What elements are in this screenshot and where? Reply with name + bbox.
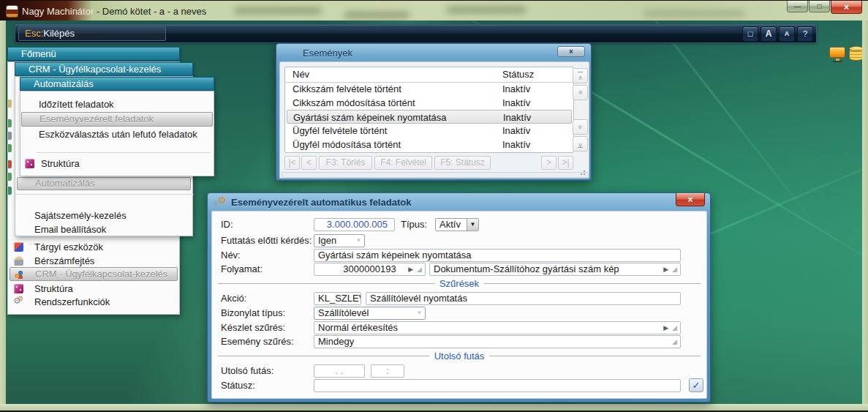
monitor-icon[interactable] — [829, 47, 845, 58]
name-field[interactable]: Gyártási szám képeinek nyomtatása — [314, 249, 681, 262]
crm-people-icon — [14, 269, 23, 279]
font-larger-button[interactable]: A — [761, 26, 777, 42]
doctype-label: Bizonylat típus: — [221, 307, 285, 320]
task-close-button[interactable]: × — [676, 193, 705, 206]
events-dialog-title: Események — [303, 48, 352, 59]
task-dialog-title: Eseményvezérelt automatikus feladatok — [231, 197, 411, 208]
delete-button[interactable]: F3: Törlés — [319, 156, 372, 170]
menu-separator — [15, 194, 194, 195]
scroll-to-bottom-button[interactable]: ∨ — [573, 136, 588, 151]
lookup-next-icon[interactable]: ▶ — [663, 266, 668, 273]
stock-filter-field[interactable]: Normál értékesítés▶◢ — [314, 321, 681, 334]
hidden-menu-item-icon-sliver — [8, 132, 12, 140]
process-name-field[interactable]: Dokumentum-Szállítóhoz gyártási szám kép… — [429, 263, 681, 276]
window-title: Nagy Machinátor - Demó kötet - a - a nev… — [22, 6, 206, 17]
glass-blur-smudge — [234, 7, 322, 15]
lastrun-date-field[interactable]: . . — [314, 364, 365, 378]
menu-item-rendszerfunkciok[interactable]: Rendszerfunkciók — [34, 295, 110, 309]
process-label: Folyamat: — [221, 263, 263, 276]
event-row[interactable]: Ügyfél felvétele történt Inaktív — [285, 124, 573, 138]
events-status-strip — [282, 172, 589, 178]
prompt-label: Futtatás előtti kérdés: — [221, 234, 312, 247]
id-label: ID: — [221, 218, 233, 231]
events-dialog: Események × Név Státusz Cikkszám felvéte… — [276, 43, 592, 181]
action-name-field[interactable]: Szállítólevél nyomtatás — [366, 292, 681, 305]
status-button[interactable]: F5: Státusz — [434, 156, 491, 170]
exit-menu-item[interactable]: Esc:Kilépés — [18, 26, 166, 41]
database-coins-icon[interactable] — [849, 46, 862, 61]
payroll-icon — [14, 256, 23, 266]
add-button[interactable]: F4: Felvétel — [374, 156, 432, 170]
menu-item-automatizalas-selected[interactable]: Automatizálás — [17, 177, 191, 190]
type-combo[interactable]: Aktív▼ — [435, 218, 479, 231]
menu-item-esemenyvezerelt-selected[interactable]: Eseményvezérelt feladatok — [21, 112, 213, 127]
events-close-button[interactable]: × — [557, 46, 585, 57]
status-field[interactable] — [314, 379, 681, 392]
close-button[interactable]: × — [831, 1, 862, 14]
id-field[interactable]: 3.000.000.005 — [314, 218, 395, 231]
event-row[interactable]: Ügyfél módosítása történt Inaktív — [285, 138, 573, 151]
lookup-corner-icon[interactable]: ◢ — [672, 338, 677, 345]
hidden-menu-item-icon-sliver — [8, 144, 12, 152]
task-dialog: ⚙⚙ Eseményvezérelt automatikus feladatok… — [207, 192, 711, 402]
menu-separator — [37, 152, 211, 153]
hidden-menu-item-icon-sliver — [8, 173, 12, 181]
nav-last-button[interactable]: >| — [558, 156, 573, 170]
glass-blur-smudge — [446, 6, 527, 14]
action-code-field[interactable]: KL_SZLEV — [314, 292, 361, 305]
menu-item-crm-selected[interactable]: CRM - Ügyfélkapcsolat-kezelés — [10, 267, 178, 281]
menu-item-berszamfejtes[interactable]: Bérszámfejtés — [34, 254, 94, 268]
name-label: Név: — [221, 249, 241, 262]
window-border-bottom — [0, 404, 868, 412]
menu-item-targyi-eszkozok[interactable]: Tárgyi eszközök — [34, 240, 103, 254]
event-filter-field[interactable]: Mindegy◢ — [314, 335, 681, 348]
menu-item-idozitett-feladatok[interactable]: Időzített feladatok — [39, 97, 114, 111]
window-mode-button[interactable]: □ — [742, 26, 758, 42]
menu-item-eszkozvalasztas[interactable]: Eszközválasztás után lefutó feladatok — [39, 127, 197, 141]
hidden-menu-item-icon-sliver — [8, 100, 12, 108]
event-row-selected[interactable]: Gyártási szám képeinek nyomtatása Inaktí… — [287, 110, 572, 124]
hidden-menu-item-icon-sliver — [8, 160, 12, 168]
status-label: Státusz: — [221, 379, 255, 392]
menu-item-struktura-main[interactable]: Struktúra — [34, 282, 73, 296]
menu-item-struktura-automation[interactable]: Struktúra — [41, 157, 80, 171]
minimize-button[interactable]: — — [787, 1, 808, 12]
menu-header-automatizalas[interactable]: Automatizálás — [20, 77, 214, 91]
lookup-next-icon[interactable]: ▶ — [663, 324, 668, 332]
confirm-check-button[interactable]: ✓ — [689, 378, 703, 392]
combo-arrow-icon[interactable]: ▼ — [467, 219, 478, 231]
maximize-button[interactable]: □ — [809, 1, 830, 12]
event-row[interactable]: Cikkszám módosítása történt Inaktív — [285, 96, 573, 110]
lookup-corner-icon[interactable]: ◢ — [417, 266, 422, 273]
window-title-right: - Demó kötet - a - a neves — [94, 6, 206, 17]
resize-grip[interactable] — [584, 173, 585, 175]
menu-item-sajatszemely[interactable]: Sajátszemély-kezelés — [34, 209, 127, 222]
exit-key-label: Esc: — [25, 28, 43, 39]
lookup-corner-icon[interactable]: ◢ — [672, 266, 677, 273]
page-up-button[interactable]: » — [573, 85, 588, 100]
menubar-buttons: □ A A ? — [742, 26, 813, 42]
menu-header-crm[interactable]: CRM - Ügyfélkapcsolat-kezelés — [15, 62, 193, 76]
action-label: Akció: — [221, 292, 246, 305]
lookup-corner-icon[interactable]: ◢ — [672, 324, 677, 332]
event-row[interactable]: Cikkszám felvétele történt Inaktív — [285, 82, 573, 96]
window-border-left — [0, 20, 6, 404]
prompt-combo[interactable]: Igen▼ — [314, 234, 365, 247]
lastrun-time-field[interactable]: : — [371, 364, 404, 378]
window-border-right — [862, 20, 868, 404]
stock-filter-label: Készlet szűrés: — [221, 321, 285, 334]
process-code-field[interactable]: 3000000193▶◢ — [314, 263, 426, 276]
nav-next-button[interactable]: > — [541, 156, 556, 170]
menu-item-email-beallitasok[interactable]: Email beállítások — [34, 222, 106, 236]
menu-header-fomenu[interactable]: Főmenü — [7, 47, 180, 61]
window-titlebar: Nagy Machinátor - Demó kötet - a - a nev… — [0, 0, 868, 20]
app-icon — [6, 5, 18, 18]
font-smaller-button[interactable]: A — [779, 26, 795, 42]
scroll-to-top-button[interactable]: ∧ — [573, 68, 588, 83]
nav-first-button[interactable]: |< — [284, 156, 300, 170]
doctype-combo[interactable]: Szállítólevél▼ — [314, 307, 426, 320]
lookup-next-icon[interactable]: ▶ — [408, 266, 413, 273]
nav-prev-button[interactable]: < — [301, 156, 317, 170]
page-down-button[interactable]: » — [573, 119, 588, 135]
help-button[interactable]: ? — [797, 26, 813, 42]
